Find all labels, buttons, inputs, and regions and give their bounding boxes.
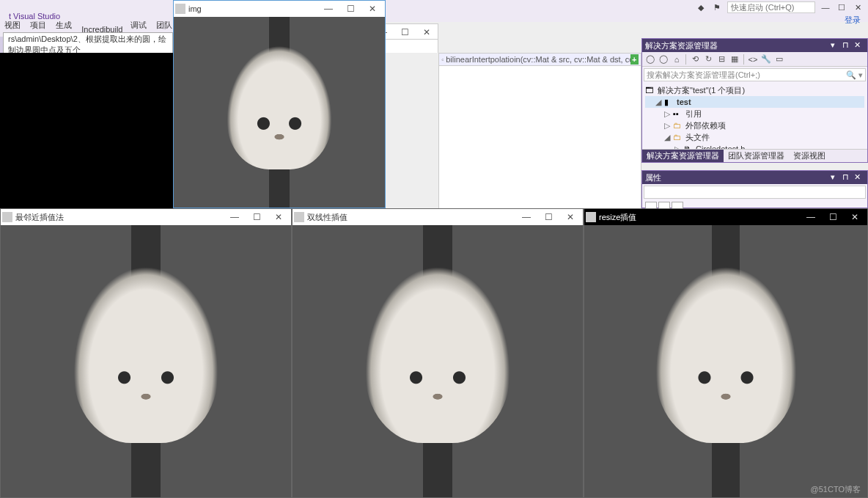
- result-window-nearest: 最邻近插值法 — ☐ ✕: [0, 208, 292, 498]
- breadcrumb-text: bilinearIntertpolatioin(cv::Mat & src, c…: [446, 55, 630, 64]
- solution-toolbar: ◯ ◯ ⌂ ⟲ ↻ ⊟ ▦ <> 🔧 ▭: [642, 52, 867, 67]
- result-window-bilinear: 双线性插值 — ☐ ✕: [292, 208, 584, 498]
- console-output: [0, 53, 173, 208]
- maximize-icon[interactable]: ☐: [537, 209, 559, 225]
- minimize-icon[interactable]: —: [800, 209, 822, 225]
- tree-row-file[interactable]: ▷🗎Circledetect.h: [645, 143, 864, 149]
- tab-team-explorer[interactable]: 团队资源管理器: [724, 150, 789, 162]
- solution-explorer-panel: 解决方案资源管理器 ▾ ⊓ ✕ ◯ ◯ ⌂ ⟲ ↻ ⊟ ▦ <> 🔧 ▭ 搜索解…: [641, 38, 868, 163]
- solution-search-input[interactable]: 搜索解决方案资源管理器(Ctrl+;) 🔍 ▾: [644, 68, 866, 81]
- tree-row-extdeps[interactable]: ▷🗀外部依赖项: [645, 120, 864, 131]
- close-icon[interactable]: ✕: [844, 209, 866, 225]
- add-icon[interactable]: +: [630, 54, 639, 65]
- window-title: 双线性插值: [307, 212, 512, 223]
- minimize-icon[interactable]: —: [820, 2, 831, 12]
- window-title: 最邻近插值法: [15, 212, 221, 223]
- titlebar[interactable]: resize插值 — ☐ ✕: [584, 209, 867, 225]
- panel-title: 解决方案资源管理器: [645, 40, 718, 51]
- watermark: @51CTO博客: [811, 484, 861, 495]
- panel-title: 属性: [645, 172, 661, 183]
- app-icon: [586, 212, 596, 222]
- maximize-icon[interactable]: ☐: [836, 2, 847, 12]
- maximize-icon[interactable]: ☐: [822, 209, 844, 225]
- notification-icon[interactable]: ◆: [695, 2, 707, 12]
- tree-row-refs[interactable]: ▷▪▪引用: [645, 108, 864, 120]
- tree-row-project[interactable]: ◢▮test: [645, 96, 864, 108]
- close-icon[interactable]: ✕: [854, 40, 864, 51]
- solution-tree[interactable]: 🗔解决方案"test"(1 个项目) ◢▮test ▷▪▪引用 ▷🗀外部依赖项 …: [642, 83, 867, 149]
- properties-icon[interactable]: 🔧: [760, 54, 772, 65]
- result-window-resize: resize插值 — ☐ ✕: [584, 208, 868, 498]
- document-tabs: rs\admin\Desktop\2、根据提取出来的圆，绘制边界圆中点及五个: [0, 37, 173, 53]
- image-content: [1, 225, 291, 497]
- refresh-icon[interactable]: ↻: [702, 54, 714, 65]
- image-content: [174, 17, 385, 208]
- pin-icon[interactable]: ⊓: [842, 172, 853, 183]
- forward-icon[interactable]: ◯: [658, 54, 669, 65]
- preview-icon[interactable]: ▭: [773, 54, 785, 65]
- titlebar[interactable]: 双线性插值 — ☐ ✕: [293, 209, 583, 225]
- app-icon: [294, 212, 304, 222]
- app-icon: [175, 4, 185, 14]
- flag-icon[interactable]: ⚑: [711, 2, 723, 12]
- vs-titlebar: t Visual Studio ◆ ⚑ — ☐ ✕: [0, 0, 868, 22]
- collapse-icon[interactable]: ⊟: [716, 54, 727, 65]
- image-content: [584, 225, 867, 497]
- maximize-icon[interactable]: ☐: [246, 209, 268, 225]
- sync-icon[interactable]: ⟲: [689, 54, 701, 65]
- search-icon[interactable]: 🔍 ▾: [846, 70, 863, 80]
- window-title: img: [188, 4, 315, 13]
- minimize-icon[interactable]: —: [224, 209, 246, 225]
- pin-icon[interactable]: ⊓: [842, 40, 853, 51]
- titlebar[interactable]: img — ☐ ✕: [174, 1, 385, 17]
- back-icon[interactable]: ◯: [644, 54, 656, 65]
- tab-resource-view[interactable]: 资源视图: [789, 150, 830, 162]
- window-title: resize插值: [599, 212, 797, 223]
- search-placeholder: 搜索解决方案资源管理器(Ctrl+;): [647, 70, 760, 81]
- panel-header[interactable]: 解决方案资源管理器 ▾ ⊓ ✕: [642, 39, 867, 52]
- app-icon: [2, 212, 12, 222]
- maximize-icon[interactable]: ☐: [339, 1, 361, 17]
- tree-row-solution[interactable]: 🗔解决方案"test"(1 个项目): [645, 84, 864, 96]
- login-link[interactable]: 登录: [845, 15, 861, 26]
- show-all-icon[interactable]: ▦: [729, 54, 740, 65]
- code-icon[interactable]: <>: [747, 54, 759, 65]
- home-icon[interactable]: ⌂: [671, 54, 683, 65]
- close-icon[interactable]: ✕: [559, 209, 581, 225]
- close-icon[interactable]: ✕: [852, 2, 864, 12]
- tree-row-headers[interactable]: ◢🗀头文件: [645, 131, 864, 143]
- image-content: [293, 225, 583, 497]
- property-selector[interactable]: [644, 186, 866, 199]
- close-icon[interactable]: ✕: [416, 24, 438, 40]
- close-icon[interactable]: ✕: [268, 209, 290, 225]
- close-icon[interactable]: ✕: [854, 172, 864, 183]
- properties-panel: 属性 ▾ ⊓ ✕: [641, 170, 868, 208]
- titlebar[interactable]: 最邻近插值法 — ☐ ✕: [1, 209, 291, 225]
- panel-header[interactable]: 属性 ▾ ⊓ ✕: [642, 171, 867, 184]
- dropdown-icon[interactable]: ▾: [831, 40, 841, 51]
- tab-solution-explorer[interactable]: 解决方案资源管理器: [642, 150, 724, 162]
- quick-launch-input[interactable]: [727, 1, 815, 13]
- dropdown-icon[interactable]: ▾: [831, 172, 841, 183]
- maximize-icon[interactable]: ☐: [394, 24, 416, 40]
- minimize-icon[interactable]: —: [515, 209, 537, 225]
- code-editor[interactable]: [438, 66, 641, 209]
- minimize-icon[interactable]: —: [317, 1, 339, 17]
- breadcrumb[interactable]: ◦ bilinearIntertpolatioin(cv::Mat & src,…: [438, 53, 641, 66]
- panel-tabs: 解决方案资源管理器 团队资源管理器 资源视图: [642, 149, 867, 162]
- close-icon[interactable]: ✕: [361, 1, 383, 17]
- image-window-img: img — ☐ ✕: [173, 0, 386, 208]
